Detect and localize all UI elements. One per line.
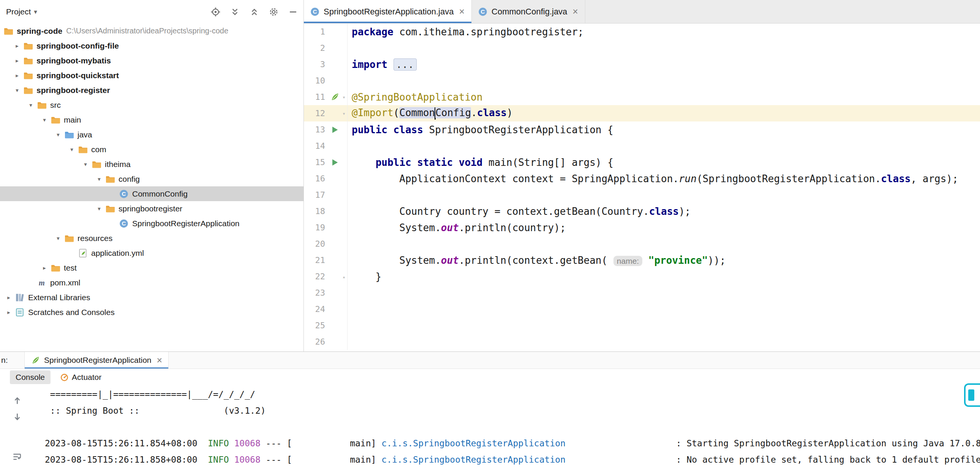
tree-item-label: resources <box>78 234 113 243</box>
code-token: ApplicationContext context = SpringAppli… <box>352 173 679 184</box>
code-text: public static void main(String[] args) { <box>348 157 613 168</box>
tree-item-springboot-quickstart[interactable]: ▸springboot-quickstart <box>0 68 304 83</box>
code-line-25[interactable]: 25 <box>304 317 980 334</box>
tree-item-test[interactable]: ▸test <box>0 260 304 275</box>
tree-item-itheima[interactable]: ▾itheima <box>0 157 304 171</box>
fold-marker-icon[interactable]: ▾ <box>341 94 347 100</box>
tree-item-label: spring-code <box>17 27 62 36</box>
tree-item-resources[interactable]: ▾resources <box>0 231 304 246</box>
code-token: Config <box>435 107 471 118</box>
code-editor[interactable]: 1package com.itheima.springbootregister;… <box>304 24 980 352</box>
run-tab[interactable]: SpringbootRegisterApplication × <box>24 352 169 368</box>
tree-item-springbootregister[interactable]: ▾springbootregister <box>0 201 304 216</box>
code-line-18[interactable]: 18 Country country = context.getBean(Cou… <box>304 203 980 219</box>
code-line-23[interactable]: 23 <box>304 285 980 301</box>
tree-item-SpringbootRegisterApplication[interactable]: CSpringbootRegisterApplication <box>0 216 304 231</box>
chevron-down-icon[interactable]: ▾ <box>94 176 105 182</box>
floating-widget[interactable] <box>964 383 980 407</box>
tab-label: Console <box>16 373 45 382</box>
hide-panel-icon[interactable] <box>288 7 298 17</box>
code-line-21[interactable]: 21 System.out.println(context.getBean( n… <box>304 252 980 268</box>
code-line-20[interactable]: 20 <box>304 236 980 252</box>
chevron-right-icon[interactable]: ▸ <box>39 265 50 271</box>
console-output[interactable]: =========|_|==============|___/=/_/_/_/ … <box>34 385 980 471</box>
code-line-13[interactable]: 13public class SpringbootRegisterApplica… <box>304 121 980 138</box>
tree-item-scratches-and-consoles[interactable]: ▸Scratches and Consoles <box>0 305 304 320</box>
run-icon[interactable] <box>328 158 341 167</box>
chevron-down-icon[interactable]: ▾ <box>11 87 23 94</box>
code-token: , args); <box>910 173 958 184</box>
line-number: 17 <box>305 190 325 200</box>
code-line-19[interactable]: 19 System.out.println(country); <box>304 219 980 236</box>
tree-item-springboot-register[interactable]: ▾springboot-register <box>0 83 304 98</box>
tab-console[interactable]: Console <box>10 370 51 384</box>
chevron-down-icon[interactable]: ▾ <box>94 205 105 212</box>
down-arrow-icon[interactable] <box>12 412 22 422</box>
tree-item-CommonConfig[interactable]: CCommonConfig <box>0 186 304 201</box>
chevron-right-icon[interactable]: ▸ <box>11 72 23 79</box>
chevron-down-icon[interactable]: ▾ <box>80 161 91 168</box>
up-arrow-icon[interactable] <box>12 395 22 406</box>
tree-item-label: Scratches and Consoles <box>28 308 115 317</box>
chevron-right-icon[interactable]: ▸ <box>3 309 14 316</box>
chevron-down-icon[interactable]: ▾ <box>34 8 37 16</box>
close-icon[interactable]: × <box>459 7 465 16</box>
tree-item-com[interactable]: ▾com <box>0 142 304 157</box>
code-line-24[interactable]: 24 <box>304 301 980 317</box>
tree-item-springboot-config-file[interactable]: ▸springboot-config-file <box>0 38 304 53</box>
chevron-down-icon[interactable]: ▾ <box>52 235 64 242</box>
code-token <box>453 157 459 168</box>
tree-item-application-yml[interactable]: application.yml <box>0 246 304 260</box>
class-icon: C <box>310 7 320 17</box>
code-line-15[interactable]: 15 public static void main(String[] args… <box>304 154 980 170</box>
tree-item-pom-xml[interactable]: mpom.xml <box>0 275 304 290</box>
code-line-17[interactable]: 17 <box>304 187 980 203</box>
project-panel-title[interactable]: Project <box>6 7 31 16</box>
chevron-down-icon[interactable]: ▾ <box>39 117 50 123</box>
tab-commonconfig-java[interactable]: C CommonConfig.java × <box>472 0 585 23</box>
soft-wrap-icon[interactable] <box>12 452 22 462</box>
code-line-12[interactable]: 12▾@Import(CommonConfig.class) <box>304 105 980 121</box>
code-line-22[interactable]: 22▴ } <box>304 268 980 285</box>
code-line-16[interactable]: 16 ApplicationContext context = SpringAp… <box>304 170 980 187</box>
code-token: out <box>441 222 459 233</box>
code-line-1[interactable]: 1package com.itheima.springbootregister; <box>304 24 980 40</box>
settings-gear-icon[interactable] <box>269 7 279 17</box>
tab-springbootregisterapplication-java[interactable]: C SpringbootRegisterApplication.java × <box>304 0 472 23</box>
code-line-11[interactable]: 11▾@SpringBootApplication <box>304 89 980 105</box>
collapse-all-icon[interactable] <box>249 7 259 17</box>
code-line-14[interactable]: 14 <box>304 138 980 154</box>
code-line-26[interactable]: 26 <box>304 334 980 350</box>
run-icon[interactable] <box>328 125 341 134</box>
console-line: :: Spring Boot :: (v3.1.2) <box>45 403 980 419</box>
tree-item-springboot-mybatis[interactable]: ▸springboot-mybatis <box>0 53 304 68</box>
chevron-right-icon[interactable]: ▸ <box>11 57 23 64</box>
chevron-right-icon[interactable]: ▸ <box>3 294 14 301</box>
editor-tab-label: CommonConfig.java <box>492 7 567 17</box>
code-line-2[interactable]: 2 <box>304 40 980 56</box>
tree-item-label: test <box>64 263 77 273</box>
close-icon[interactable]: × <box>573 7 578 16</box>
tree-item-label: itheima <box>105 160 130 169</box>
tab-actuator[interactable]: Actuator <box>54 370 107 384</box>
spring-bean-icon[interactable] <box>328 92 341 102</box>
tree-item-java[interactable]: ▾java <box>0 127 304 142</box>
tree-item-external-libraries[interactable]: ▸External Libraries <box>0 290 304 305</box>
tree-item-src[interactable]: ▾src <box>0 98 304 113</box>
expand-all-icon[interactable] <box>230 7 240 17</box>
chevron-down-icon[interactable]: ▾ <box>52 131 64 138</box>
locate-file-icon[interactable] <box>210 7 221 17</box>
chevron-down-icon[interactable]: ▾ <box>25 102 37 109</box>
code-line-10[interactable]: 10 <box>304 73 980 89</box>
chevron-down-icon[interactable]: ▾ <box>66 146 78 153</box>
tree-item-label: com <box>91 145 107 154</box>
fold-marker-icon[interactable]: ▾ <box>341 111 347 117</box>
fold-marker-icon[interactable]: ▴ <box>341 274 347 280</box>
chevron-right-icon[interactable]: ▸ <box>11 43 23 49</box>
tree-item-config[interactable]: ▾config <box>0 171 304 186</box>
tree-item-spring-code[interactable]: spring-codeC:\Users\Administrator\ideaPr… <box>0 24 304 38</box>
tree-item-main[interactable]: ▾main <box>0 113 304 127</box>
code-token: static <box>417 157 453 168</box>
close-icon[interactable]: × <box>157 355 162 365</box>
code-line-3[interactable]: 3import ... <box>304 56 980 73</box>
